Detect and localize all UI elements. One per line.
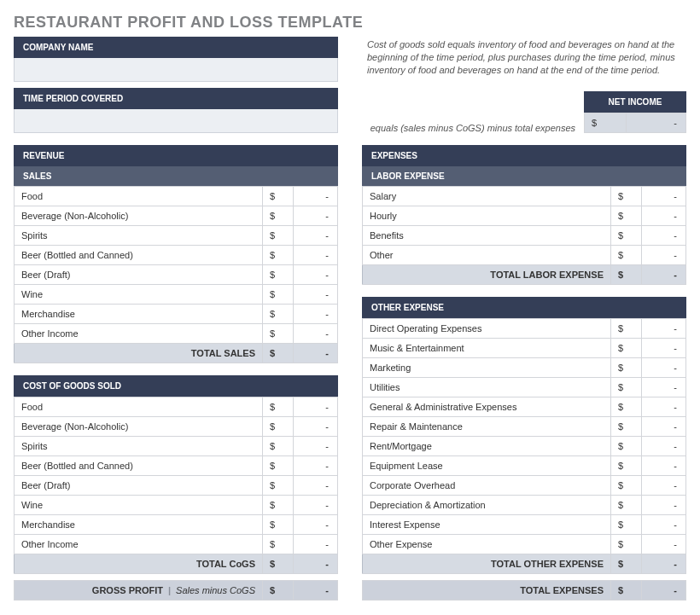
row-sym[interactable]: $ (611, 417, 642, 437)
row-sym[interactable]: $ (263, 397, 294, 417)
row-val[interactable]: - (642, 246, 686, 265)
row-label: Other Income (15, 535, 263, 554)
row-val[interactable]: - (642, 226, 686, 246)
time-period-input[interactable] (14, 109, 338, 133)
cogs-table: Food$-Beverage (Non-Alcoholic)$-Spirits$… (14, 397, 338, 574)
row-val[interactable]: - (642, 397, 686, 417)
row-sym[interactable]: $ (263, 515, 294, 535)
net-income-note: equals (sales minus CoGS) minus total ex… (362, 116, 575, 133)
other-expense-header: OTHER EXPENSE (362, 297, 686, 318)
total-label: TOTAL OTHER EXPENSE (363, 554, 611, 574)
sales-table: Food$-Beverage (Non-Alcoholic)$-Spirits$… (14, 186, 338, 363)
total-sym: $ (263, 344, 294, 363)
row-val[interactable]: - (294, 187, 338, 206)
row-val[interactable]: - (294, 476, 338, 496)
row-sym[interactable]: $ (611, 535, 642, 554)
row-val[interactable]: - (294, 324, 338, 344)
row-val[interactable]: - (642, 535, 686, 554)
table-row: Utilities$- (363, 378, 686, 397)
table-row: Other Income$- (15, 324, 338, 344)
total-val: - (294, 554, 338, 574)
row-sym[interactable]: $ (611, 339, 642, 358)
row-val[interactable]: - (642, 456, 686, 476)
row-sym[interactable]: $ (611, 397, 642, 417)
row-sym[interactable]: $ (263, 456, 294, 476)
row-label: Other Income (15, 324, 263, 344)
row-val[interactable]: - (294, 226, 338, 246)
row-sym[interactable]: $ (611, 358, 642, 378)
row-val[interactable]: - (642, 417, 686, 437)
total-row: TOTAL OTHER EXPENSE$- (363, 554, 686, 574)
row-val[interactable]: - (294, 246, 338, 265)
net-income-val: - (626, 113, 685, 133)
row-sym[interactable]: $ (611, 476, 642, 496)
table-row: Hourly$- (363, 206, 686, 226)
row-label: Wine (15, 496, 263, 515)
row-val[interactable]: - (294, 305, 338, 324)
row-val[interactable]: - (294, 265, 338, 285)
row-sym[interactable]: $ (611, 206, 642, 226)
row-sym[interactable]: $ (611, 226, 642, 246)
row-sym[interactable]: $ (263, 265, 294, 285)
row-val[interactable]: - (642, 476, 686, 496)
row-val[interactable]: - (294, 535, 338, 554)
row-val[interactable]: - (642, 206, 686, 226)
total-sym: $ (611, 265, 642, 285)
row-val[interactable]: - (294, 515, 338, 535)
row-sym[interactable]: $ (263, 226, 294, 246)
row-val[interactable]: - (642, 515, 686, 535)
row-val[interactable]: - (294, 397, 338, 417)
total-label: TOTAL LABOR EXPENSE (363, 265, 611, 285)
row-val[interactable]: - (642, 437, 686, 456)
row-label: Merchandise (15, 515, 263, 535)
row-val[interactable]: - (294, 496, 338, 515)
row-sym[interactable]: $ (611, 187, 642, 206)
row-sym[interactable]: $ (263, 206, 294, 226)
row-sym[interactable]: $ (611, 378, 642, 397)
table-row: Direct Operating Expenses$- (363, 319, 686, 339)
other-expense-table: Direct Operating Expenses$-Music & Enter… (362, 318, 686, 574)
row-sym[interactable]: $ (263, 535, 294, 554)
row-sym[interactable]: $ (263, 187, 294, 206)
row-sym[interactable]: $ (611, 515, 642, 535)
row-val[interactable]: - (642, 358, 686, 378)
row-val[interactable]: - (642, 496, 686, 515)
row-val[interactable]: - (294, 285, 338, 305)
row-sym[interactable]: $ (611, 496, 642, 515)
row-sym[interactable]: $ (263, 246, 294, 265)
row-sym[interactable]: $ (263, 476, 294, 496)
row-label: Benefits (363, 226, 611, 246)
company-name-input[interactable] (14, 58, 338, 82)
row-val[interactable]: - (294, 417, 338, 437)
table-row: Music & Entertainment$- (363, 339, 686, 358)
row-sym[interactable]: $ (263, 496, 294, 515)
row-sym[interactable]: $ (611, 456, 642, 476)
row-label: Utilities (363, 378, 611, 397)
row-val[interactable]: - (294, 456, 338, 476)
row-val[interactable]: - (642, 319, 686, 339)
cogs-note: Cost of goods sold equals inventory of f… (362, 37, 686, 78)
row-sym[interactable]: $ (263, 324, 294, 344)
row-val[interactable]: - (294, 206, 338, 226)
row-val[interactable]: - (294, 437, 338, 456)
row-val[interactable]: - (642, 339, 686, 358)
gross-profit-val: - (294, 581, 338, 600)
row-sym[interactable]: $ (263, 305, 294, 324)
row-label: Rent/Mortgage (363, 437, 611, 456)
row-sym[interactable]: $ (263, 437, 294, 456)
row-sym[interactable]: $ (611, 437, 642, 456)
table-row: Depreciation & Amortization$- (363, 496, 686, 515)
row-sym[interactable]: $ (611, 319, 642, 339)
total-expenses-label: TOTAL EXPENSES (363, 581, 611, 600)
row-label: Beverage (Non-Alcoholic) (15, 417, 263, 437)
row-val[interactable]: - (642, 378, 686, 397)
company-name-header: COMPANY NAME (14, 37, 338, 58)
table-row: Merchandise$- (15, 515, 338, 535)
row-sym[interactable]: $ (611, 246, 642, 265)
row-label: Corporate Overhead (363, 476, 611, 496)
table-row: Spirits$- (15, 226, 338, 246)
row-sym[interactable]: $ (263, 417, 294, 437)
row-sym[interactable]: $ (263, 285, 294, 305)
table-row: Beer (Draft)$- (15, 476, 338, 496)
row-val[interactable]: - (642, 187, 686, 206)
